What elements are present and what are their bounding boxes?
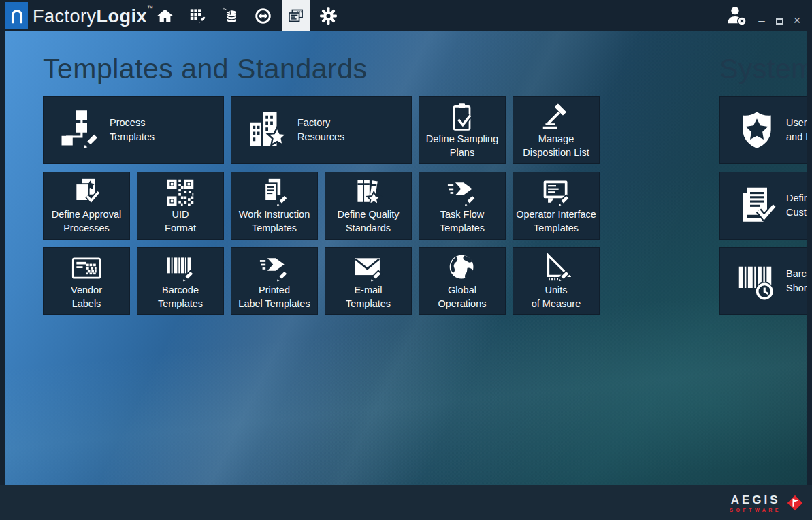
tile-label: Operator InterfaceTemplates	[515, 208, 598, 235]
tile-label: E-mailTemplates	[327, 283, 410, 310]
aegis-wordmark: AEGIS SOFTWARE	[730, 493, 781, 513]
user-offline-icon[interactable]	[726, 5, 747, 27]
printed-label-icon	[259, 253, 289, 283]
maximize-button[interactable]	[774, 16, 785, 26]
users-roles-icon	[736, 110, 777, 150]
tile-users-roles[interactable]: Usersand Roles	[719, 96, 807, 164]
top-bar: FactoryLogix™ –×	[0, 0, 812, 31]
tile-quality-standards[interactable]: Define QualityStandards	[325, 172, 412, 240]
tile-label: BarcodeShortcuts	[786, 267, 807, 295]
section-title-system: System	[719, 53, 807, 85]
sampling-plans-icon	[447, 102, 477, 132]
product-definition-icon[interactable]	[184, 0, 212, 31]
quality-standards-icon	[353, 178, 383, 208]
aegis-software-text: SOFTWARE	[730, 508, 781, 513]
globe-icon	[447, 253, 477, 283]
factory-resources-icon	[248, 110, 289, 150]
process-templates-icon	[60, 110, 101, 150]
tile-label: FactoryResources	[297, 116, 408, 144]
app-window: FactoryLogix™ –× Templates and Standards…	[0, 0, 812, 520]
bottom-bar: AEGIS SOFTWARE	[0, 485, 812, 520]
close-button[interactable]: ×	[792, 16, 802, 26]
brand-name: FactoryLogix™	[33, 5, 153, 27]
tile-factory-resources[interactable]: FactoryResources	[231, 96, 412, 164]
brand-regular: Factory	[33, 6, 97, 27]
tile-label: Define QualityStandards	[327, 208, 410, 235]
units-measure-icon	[541, 253, 571, 283]
tile-task-flow[interactable]: Task FlowTemplates	[419, 172, 506, 240]
tile-label: ManageDisposition List	[515, 132, 598, 159]
barcode-pencil-icon	[165, 253, 195, 283]
tile-globe[interactable]: GlobalOperations	[419, 247, 506, 315]
tile-label: Task FlowTemplates	[421, 208, 504, 235]
settings-icon[interactable]	[314, 0, 342, 31]
tile-label: Work InstructionTemplates	[233, 208, 316, 235]
tile-label: PrintedLabel Templates	[233, 283, 316, 310]
main-nav	[151, 0, 347, 31]
tile-label: Usersand Roles	[786, 116, 807, 144]
tile-barcode-pencil[interactable]: BarcodeTemplates	[137, 247, 224, 315]
minimize-button[interactable]: –	[756, 16, 767, 26]
tile-operator-interface[interactable]: Operator InterfaceTemplates	[513, 172, 600, 240]
operator-interface-icon	[541, 178, 571, 208]
app-logo-icon	[5, 2, 28, 29]
import-data-icon[interactable]	[216, 0, 244, 31]
tile-approval-processes[interactable]: Define ApprovalProcesses	[43, 172, 130, 240]
work-instruction-icon	[259, 178, 289, 208]
tile-barcode-clock[interactable]: BarcodeShortcuts	[719, 247, 807, 315]
transfer-icon[interactable]	[249, 0, 277, 31]
tile-label: Unitsof Measure	[515, 283, 598, 310]
tile-units-measure[interactable]: Unitsof Measure	[513, 247, 600, 315]
tile-work-instruction[interactable]: Work InstructionTemplates	[231, 172, 318, 240]
tile-vendor-labels[interactable]: VendorLabels	[43, 247, 130, 315]
uid-qr-icon	[165, 178, 195, 208]
maximize-icon	[776, 18, 783, 25]
email-icon	[353, 253, 383, 283]
tile-label: GlobalOperations	[421, 283, 504, 310]
aegis-brand-text: AEGIS	[730, 493, 781, 507]
window-controls: –×	[756, 16, 802, 26]
tile-label: Define SamplingPlans	[421, 132, 504, 159]
brand-bold: Logix	[97, 6, 148, 27]
aegis-flag-icon	[785, 493, 805, 513]
vendor-labels-icon	[71, 253, 101, 283]
tile-disposition-gavel[interactable]: ManageDisposition List	[513, 96, 600, 164]
approval-processes-icon	[71, 178, 101, 208]
disposition-gavel-icon	[541, 102, 571, 132]
aegis-logo: AEGIS SOFTWARE	[730, 493, 805, 513]
tile-printed-label[interactable]: PrintedLabel Templates	[231, 247, 318, 315]
tile-label: VendorLabels	[45, 283, 128, 310]
content-area: Templates and Standards System ProcessTe…	[5, 31, 807, 485]
home-icon[interactable]	[151, 0, 179, 31]
tile-process-templates[interactable]: ProcessTemplates	[43, 96, 224, 164]
task-flow-icon	[447, 178, 477, 208]
tile-sampling-plans[interactable]: Define SamplingPlans	[419, 96, 506, 164]
define-customers-icon	[736, 185, 777, 226]
templates-icon[interactable]	[282, 0, 310, 31]
barcode-clock-icon	[736, 261, 777, 302]
tile-label: DefineCustomers	[786, 191, 807, 220]
tile-label: BarcodeTemplates	[139, 283, 222, 310]
tile-label: Define ApprovalProcesses	[45, 208, 128, 235]
tile-email[interactable]: E-mailTemplates	[325, 247, 412, 315]
section-title-templates-and-standards: Templates and Standards	[43, 53, 367, 85]
tile-uid-qr[interactable]: UIDFormat	[137, 172, 224, 240]
tile-label: UIDFormat	[139, 208, 222, 235]
tile-define-customers[interactable]: DefineCustomers	[719, 172, 807, 240]
tile-label: ProcessTemplates	[110, 116, 221, 144]
